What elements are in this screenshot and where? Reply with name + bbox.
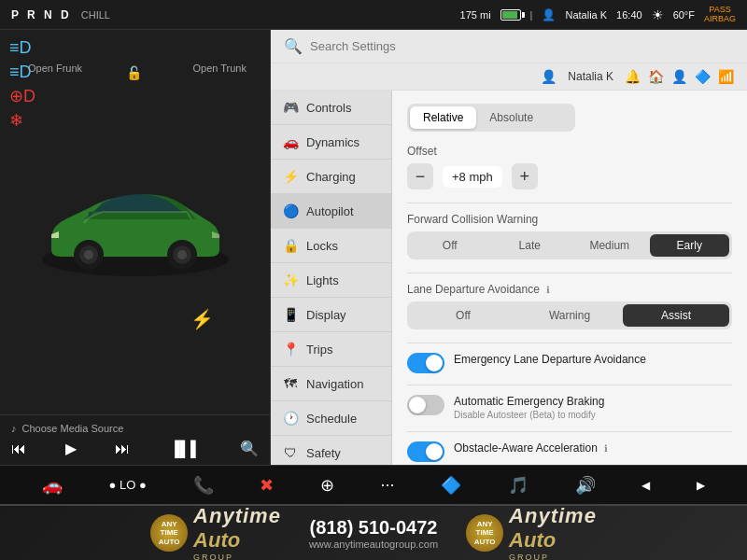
emergency-lane-label-group: Emergency Lane Departure Avoidance xyxy=(454,353,732,366)
collision-warning-label: Forward Collision Warning xyxy=(407,213,732,226)
open-trunk-label[interactable]: Open Trunk xyxy=(193,63,247,74)
divider-2 xyxy=(407,273,732,273)
mileage-display: 175 mi xyxy=(460,9,491,21)
emergency-lane-toggle-row: Emergency Lane Departure Avoidance xyxy=(407,353,732,373)
dealer-group-left: GROUP xyxy=(193,553,281,560)
obstacle-toggle-row: Obstacle-Aware Acceleration ℹ xyxy=(407,441,732,462)
dealer-logo-right: ANYTIMEAUTO Anytime Auto GROUP xyxy=(466,504,597,560)
search-bar: 🔍 xyxy=(271,30,747,63)
offset-increase-btn[interactable]: + xyxy=(512,163,538,189)
offset-label: Offset xyxy=(407,145,732,158)
play-btn[interactable]: ▶ xyxy=(65,440,77,457)
lane-off-btn[interactable]: Off xyxy=(410,304,516,327)
volume-up-icon[interactable]: ▶ xyxy=(697,479,705,492)
lane-info-icon: ℹ xyxy=(546,285,550,295)
divider-1 xyxy=(407,203,732,203)
aeb-toggle[interactable] xyxy=(407,395,444,415)
relative-tab[interactable]: Relative xyxy=(410,106,476,129)
dealer-circle-right: ANYTIMEAUTO xyxy=(466,514,503,552)
menu-item-charging[interactable]: ⚡ Charging xyxy=(271,160,391,194)
lane-warning-btn[interactable]: Warning xyxy=(516,304,623,327)
menu-item-controls[interactable]: 🎮 Controls xyxy=(271,91,391,125)
menu-item-schedule[interactable]: 🕐 Schedule xyxy=(271,401,391,436)
media-player: ♪ Choose Media Source ⏮ ▶ ⏭ ▐▌▌ 🔍 xyxy=(0,414,270,465)
menu-item-dynamics[interactable]: 🚗 Dynamics xyxy=(271,125,391,160)
lane-avoidance-section: Lane Departure Avoidance ℹ Off Warning A… xyxy=(407,283,732,329)
driver-name: Natalia K xyxy=(565,9,607,21)
divider-3 xyxy=(407,343,732,343)
apps-icon[interactable]: ··· xyxy=(381,475,395,495)
locks-icon: 🔒 xyxy=(282,238,299,253)
status-bar: P R N D CHILL 175 mi | 👤 Natalia K 16:40… xyxy=(0,0,747,30)
alarm-icon: 🔔 xyxy=(625,69,641,84)
dynamics-icon: 🚗 xyxy=(282,134,299,149)
collision-off-btn[interactable]: Off xyxy=(410,234,490,257)
settings-menu: 🎮 Controls 🚗 Dynamics ⚡ Charging 🔵 Autop… xyxy=(271,91,392,465)
safety-icon: 🛡 xyxy=(282,445,299,460)
bluetooth-icon: 🔷 xyxy=(695,69,711,84)
climate-display[interactable]: ● LO ● xyxy=(109,478,147,492)
phone-icon[interactable]: 📞 xyxy=(193,475,214,496)
dealer-auto-right: Auto xyxy=(509,528,556,552)
camera-icon[interactable]: ⊕ xyxy=(320,475,334,496)
open-frunk-label[interactable]: Open Frunk xyxy=(28,63,82,74)
bluetooth-taskbar-icon[interactable]: 🔷 xyxy=(441,475,461,496)
lane-avoidance-buttons: Off Warning Assist xyxy=(407,301,732,329)
prnd-display: P R N D xyxy=(11,8,72,21)
prev-track-btn[interactable]: ⏮ xyxy=(11,441,26,457)
volume-down-icon[interactable]: ◀ xyxy=(641,479,650,492)
collision-late-btn[interactable]: Late xyxy=(490,234,571,257)
dealer-logo-left: ANYTIMEAUTO Anytime Auto GROUP xyxy=(150,504,281,560)
collision-warning-buttons: Off Late Medium Early xyxy=(407,231,732,259)
close-icon[interactable]: ✖ xyxy=(260,475,274,496)
obstacle-toggle[interactable] xyxy=(407,441,444,462)
offset-value-display: +8 mph xyxy=(443,166,502,188)
user-name-display: Natalia K xyxy=(568,70,613,83)
settings-container: 🎮 Controls 🚗 Dynamics ⚡ Charging 🔵 Autop… xyxy=(271,91,747,465)
dealer-circle-left: ANYTIMEAUTO xyxy=(150,514,188,552)
volume-bars: ▐▌▌ xyxy=(169,441,201,457)
media-controls: ⏮ ▶ ⏭ ▐▌▌ 🔍 xyxy=(11,440,259,457)
search-input[interactable] xyxy=(310,39,734,53)
menu-item-lights[interactable]: ✨ Lights xyxy=(271,263,391,298)
svg-point-3 xyxy=(84,250,93,259)
collision-warning-section: Forward Collision Warning Off Late Mediu… xyxy=(407,213,732,259)
music-taskbar-icon[interactable]: 🎵 xyxy=(508,475,529,496)
charging-icon: ⚡ xyxy=(282,169,299,184)
offset-decrease-btn[interactable]: − xyxy=(407,163,433,189)
menu-item-autopilot[interactable]: 🔵 Autopilot xyxy=(271,194,391,229)
user-status-icons: 🔔 🏠 👤 🔷 📶 xyxy=(625,69,734,84)
aeb-label: Automatic Emergency Braking xyxy=(454,395,732,408)
next-track-btn[interactable]: ⏭ xyxy=(115,441,130,457)
car-display: Open Frunk Open Trunk 🔓 xyxy=(0,30,270,414)
media-source-display[interactable]: ♪ Choose Media Source xyxy=(11,423,259,434)
dealer-name-left: Anytime xyxy=(193,504,281,528)
absolute-tab[interactable]: Absolute xyxy=(476,106,546,129)
dealer-phone: (818) 510-0472 xyxy=(309,517,438,539)
lock-icon: 🔓 xyxy=(126,65,142,80)
menu-item-navigation[interactable]: 🗺 Navigation xyxy=(271,367,391,401)
aeb-toggle-row: Automatic Emergency Braking Disable Auto… xyxy=(407,395,732,420)
car-taskbar-icon[interactable]: 🚗 xyxy=(42,475,63,496)
drive-mode: CHILL xyxy=(81,9,110,21)
volume-icon[interactable]: 🔊 xyxy=(575,475,596,496)
autopilot-settings: Relative Absolute Offset − +8 mph + Forw… xyxy=(392,91,747,465)
obstacle-label: Obstacle-Aware Acceleration ℹ xyxy=(454,441,732,455)
dealer-website: www.anytimeautogroup.com xyxy=(309,539,438,550)
user-bar: 👤 Natalia K 🔔 🏠 👤 🔷 📶 xyxy=(271,63,747,91)
collision-early-btn[interactable]: Early xyxy=(650,234,730,257)
speed-tabs: Relative Absolute xyxy=(407,104,575,132)
divider-5 xyxy=(407,431,732,432)
dealer-group-right: GROUP xyxy=(509,553,597,560)
menu-item-locks[interactable]: 🔒 Locks xyxy=(271,229,391,263)
emergency-lane-toggle[interactable] xyxy=(407,353,444,373)
menu-item-display[interactable]: 📱 Display xyxy=(271,298,391,332)
temperature-display: 60°F xyxy=(673,9,695,21)
dealer-name-right: Anytime xyxy=(509,504,597,528)
lane-assist-btn[interactable]: Assist xyxy=(623,304,729,327)
search-media-icon[interactable]: 🔍 xyxy=(240,440,259,457)
battery-icon xyxy=(500,9,521,21)
collision-medium-btn[interactable]: Medium xyxy=(570,234,650,257)
menu-item-trips[interactable]: 📍 Trips xyxy=(271,332,391,367)
menu-item-safety[interactable]: 🛡 Safety xyxy=(271,436,391,465)
